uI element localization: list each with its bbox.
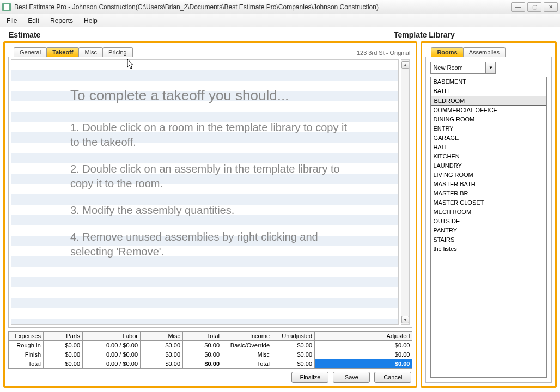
menu-reports[interactable]: Reports bbox=[45, 15, 78, 26]
finalize-button[interactable]: Finalize bbox=[291, 372, 328, 383]
col-total: Total bbox=[183, 332, 222, 341]
maximize-button[interactable]: ▢ bbox=[527, 2, 541, 12]
tab-rooms[interactable]: Rooms bbox=[431, 47, 463, 57]
col-labor: Labor bbox=[83, 332, 141, 341]
takeoff-content: To complete a takeoff you should... 1. D… bbox=[8, 57, 412, 328]
scroll-up-icon[interactable]: ▲ bbox=[401, 61, 409, 69]
estimate-tabs: General Takeoff Misc Pricing 123 3rd St … bbox=[14, 45, 412, 57]
room-item[interactable]: LAUNDRY bbox=[431, 161, 546, 170]
menu-file[interactable]: File bbox=[1, 15, 22, 26]
room-item[interactable]: OUTSIDE bbox=[431, 217, 546, 226]
library-tabs: Rooms Assemblies bbox=[431, 45, 552, 57]
room-item[interactable]: the listes bbox=[431, 244, 546, 254]
col-misc: Misc bbox=[141, 332, 183, 341]
minimize-button[interactable]: — bbox=[511, 2, 525, 12]
room-item[interactable]: MASTER BR bbox=[431, 189, 546, 198]
action-buttons: Finalize Save Cancel bbox=[8, 369, 412, 383]
dropdown-arrow-icon[interactable]: ▼ bbox=[485, 62, 495, 73]
instructions-step4: 4. Remove unused assemblies by right cli… bbox=[70, 230, 350, 259]
room-item[interactable]: DINING ROOM bbox=[431, 115, 546, 124]
room-item[interactable]: MASTER CLOSET bbox=[431, 198, 546, 207]
room-item[interactable]: ENTRY bbox=[431, 124, 546, 133]
instructions-step1: 1. Double click on a room in the templat… bbox=[70, 120, 350, 150]
room-list[interactable]: BASEMENTBATHBEDROOMCOMMERCIAL OFFICEDINI… bbox=[430, 77, 547, 378]
col-adjusted: Adjusted bbox=[315, 332, 412, 341]
room-item[interactable]: GARAGE bbox=[431, 133, 546, 143]
col-parts: Parts bbox=[44, 332, 83, 341]
col-expenses: Expenses bbox=[9, 332, 44, 341]
room-item[interactable]: LIVING ROOM bbox=[431, 170, 546, 180]
titlebar: Best Estimate Pro - Johnson Construction… bbox=[0, 0, 560, 14]
menubar: File Edit Reports Help bbox=[0, 14, 560, 27]
cancel-button[interactable]: Cancel bbox=[374, 372, 411, 383]
row-roughin: Rough In $0.00 0.00 / $0.00 $0.00 $0.00 … bbox=[9, 341, 412, 350]
room-item[interactable]: BATH bbox=[431, 87, 546, 96]
room-item[interactable]: MASTER BATH bbox=[431, 180, 546, 189]
room-item[interactable]: STAIRS bbox=[431, 235, 546, 244]
col-unadjusted: Unadjusted bbox=[272, 332, 315, 341]
instructions-heading: To complete a takeoff you should... bbox=[70, 86, 350, 105]
room-item[interactable]: COMMERCIAL OFFICE bbox=[431, 106, 546, 115]
row-finish: Finish $0.00 0.00 / $0.00 $0.00 $0.00 Mi… bbox=[9, 350, 412, 359]
close-button[interactable]: ✕ bbox=[544, 2, 558, 12]
takeoff-instructions: To complete a takeoff you should... 1. D… bbox=[16, 64, 394, 277]
library-panel-title: Template Library bbox=[394, 30, 455, 39]
takeoff-grid[interactable]: To complete a takeoff you should... 1. D… bbox=[11, 59, 399, 325]
room-item[interactable]: KITCHEN bbox=[431, 152, 546, 161]
summary-table: Expenses Parts Labor Misc Total Income U… bbox=[8, 331, 412, 369]
save-button[interactable]: Save bbox=[333, 372, 370, 383]
room-item[interactable]: BEDROOM bbox=[431, 96, 546, 106]
col-income: Income bbox=[222, 332, 272, 341]
scroll-down-icon[interactable]: ▼ bbox=[401, 316, 409, 323]
tab-takeoff[interactable]: Takeoff bbox=[46, 47, 79, 57]
estimate-panel-title: Estimate bbox=[9, 30, 40, 39]
room-item[interactable]: MECH ROOM bbox=[431, 207, 546, 217]
room-controls: New Room ▼ bbox=[430, 62, 547, 74]
tab-general[interactable]: General bbox=[14, 47, 47, 57]
instructions-step2: 2. Double click on an assembly in the te… bbox=[70, 162, 350, 191]
app-icon bbox=[2, 3, 11, 11]
tab-assemblies[interactable]: Assemblies bbox=[463, 47, 506, 57]
room-item[interactable]: BASEMENT bbox=[431, 77, 546, 87]
tab-pricing[interactable]: Pricing bbox=[102, 47, 133, 57]
vertical-scrollbar[interactable]: ▲ ▼ bbox=[401, 59, 410, 325]
menu-edit[interactable]: Edit bbox=[22, 15, 45, 26]
new-room-dropdown[interactable]: New Room ▼ bbox=[430, 62, 496, 74]
room-item[interactable]: PANTRY bbox=[431, 226, 546, 235]
tab-misc[interactable]: Misc bbox=[78, 47, 103, 57]
new-room-label: New Room bbox=[433, 64, 462, 71]
row-total: Total $0.00 0.00 / $0.00 $0.00 $0.00 Tot… bbox=[9, 359, 412, 369]
instructions-step3: 3. Modify the assembly quantities. bbox=[70, 203, 350, 218]
room-item[interactable]: HALL bbox=[431, 143, 546, 152]
estimate-panel: General Takeoff Misc Pricing 123 3rd St … bbox=[3, 41, 417, 388]
estimate-breadcrumb: 123 3rd St - Original bbox=[357, 50, 410, 56]
window-title: Best Estimate Pro - Johnson Construction… bbox=[14, 3, 511, 11]
template-library-panel: Rooms Assemblies New Room ▼ BASEMENTBATH… bbox=[421, 41, 557, 388]
menu-help[interactable]: Help bbox=[78, 15, 103, 26]
